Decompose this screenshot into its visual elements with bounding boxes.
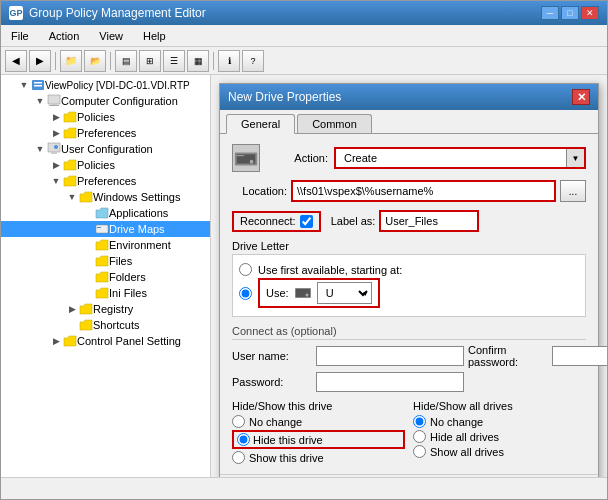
hide-this-drive-label: Hide this drive (253, 434, 323, 446)
folder-icon-5 (79, 190, 93, 204)
tree-registry[interactable]: ▶ Registry (1, 301, 210, 317)
up-button[interactable]: 📁 (60, 50, 82, 72)
menu-help[interactable]: Help (137, 28, 172, 44)
menu-action[interactable]: Action (43, 28, 86, 44)
tree-policies-uc[interactable]: ▶ Policies (1, 157, 210, 173)
dialog-title-text: New Drive Properties (228, 90, 341, 104)
files-label: Files (109, 255, 132, 267)
forward-button[interactable]: ▶ (29, 50, 51, 72)
radio-row-first: Use first available, starting at: (239, 263, 579, 276)
folder-icon-2 (63, 126, 77, 140)
folder-icon-4 (63, 174, 77, 188)
tree-environment[interactable]: ▶ Environment (1, 237, 210, 253)
svg-rect-9 (96, 225, 108, 233)
tree-root[interactable]: ▼ ViewPolicy [VDI-DC-01.VDI.RTP (1, 77, 210, 93)
tab-general[interactable]: General (226, 114, 295, 134)
window-controls[interactable]: ─ □ ✕ (541, 6, 599, 20)
tree-applications[interactable]: ▶ Applications (1, 205, 210, 221)
info-button[interactable]: ℹ (218, 50, 240, 72)
reconnect-checkbox[interactable] (300, 215, 313, 228)
control-panel-label: Control Panel Setting (77, 335, 181, 347)
hide-this-drive-options: No change Hide this drive Show this driv… (232, 415, 405, 464)
close-button[interactable]: ✕ (581, 6, 599, 20)
username-input[interactable] (316, 346, 464, 366)
computer-icon (47, 94, 61, 108)
folders-label: Folders (109, 271, 146, 283)
title-bar: GP Group Policy Management Editor ─ □ ✕ (1, 1, 607, 25)
view-button-3[interactable]: ☰ (163, 50, 185, 72)
radio-first-available[interactable] (239, 263, 252, 276)
radio-show-all-input[interactable] (413, 445, 426, 458)
radio-no-change: No change (232, 415, 405, 428)
radio-hide-all-input[interactable] (413, 430, 426, 443)
tree-computer-config[interactable]: ▼ Computer Configuration (1, 93, 210, 109)
dialog-content: Action: Create Delete Replace Update ▼ (220, 134, 598, 474)
action-select-wrapper[interactable]: Create Delete Replace Update ▼ (334, 147, 586, 169)
windows-settings-label: Windows Settings (93, 191, 180, 203)
browse-button[interactable]: ... (560, 180, 586, 202)
ini-files-label: Ini Files (109, 287, 147, 299)
action-select[interactable]: Create Delete Replace Update (336, 149, 584, 167)
menu-file[interactable]: File (5, 28, 35, 44)
main-window: GP Group Policy Management Editor ─ □ ✕ … (0, 0, 608, 500)
app-folder-icon (95, 206, 109, 220)
app-icon: GP (9, 6, 23, 20)
tree-shortcuts[interactable]: ▶ Shortcuts (1, 317, 210, 333)
tree-ini-files[interactable]: ▶ Ini Files (1, 285, 210, 301)
view-button-1[interactable]: ▤ (115, 50, 137, 72)
tab-common[interactable]: Common (297, 114, 372, 133)
menu-view[interactable]: View (93, 28, 129, 44)
confirm-password-label: Confirm password: (468, 344, 548, 368)
use-label: Use: (266, 287, 289, 299)
drive-letter-section: Drive Letter Use first available, starti… (232, 240, 586, 317)
view-button-4[interactable]: ▦ (187, 50, 209, 72)
user-config-label: User Configuration (61, 143, 153, 155)
password-input[interactable] (316, 372, 464, 392)
hide-all-drives-box: Hide/Show all drives No change Hide all … (413, 400, 586, 464)
radio-first-label: Use first available, starting at: (258, 264, 402, 276)
folder-button[interactable]: 📂 (84, 50, 106, 72)
help-toolbar-button[interactable]: ? (242, 50, 264, 72)
tree-preferences-uc[interactable]: ▼ Preferences (1, 173, 210, 189)
action-row: Action: Create Delete Replace Update ▼ (232, 144, 586, 172)
computer-config-label: Computer Configuration (61, 95, 178, 107)
confirm-password-input[interactable] (552, 346, 607, 366)
applications-label: Applications (109, 207, 168, 219)
radio-all-no-change-input[interactable] (413, 415, 426, 428)
tree-user-config[interactable]: ▼ User Configuration (1, 141, 210, 157)
action-field-group: Action: Create Delete Replace Update ▼ (268, 147, 586, 169)
location-label: Location: (232, 185, 287, 197)
drive-select-arrow: ▼ (362, 290, 369, 297)
radio-show-this-drive[interactable] (232, 451, 245, 464)
tree-control-panel[interactable]: ▶ Control Panel Setting (1, 333, 210, 349)
tree-policies-cc[interactable]: ▶ Policies (1, 109, 210, 125)
password-label: Password: (232, 376, 312, 388)
tree-windows-settings[interactable]: ▼ Windows Settings (1, 189, 210, 205)
location-input[interactable] (291, 180, 556, 202)
tree-folders[interactable]: ▶ Folders (1, 269, 210, 285)
reconnect-label-row: Reconnect: Label as: (232, 210, 586, 232)
tree-panel: ▼ ViewPolicy [VDI-DC-01.VDI.RTP ▼ Comput… (1, 75, 211, 477)
svg-rect-5 (49, 105, 59, 106)
label-as-input[interactable] (379, 210, 479, 232)
tree-files[interactable]: ▶ Files (1, 253, 210, 269)
radio-hide-this-drive-row: Hide this drive (232, 430, 405, 449)
minimize-button[interactable]: ─ (541, 6, 559, 20)
maximize-button[interactable]: □ (561, 6, 579, 20)
radio-hide-this-drive[interactable] (237, 433, 250, 446)
dialog-close-button[interactable]: ✕ (572, 89, 590, 105)
action-select-arrow: ▼ (566, 149, 584, 167)
view-button-2[interactable]: ⊞ (139, 50, 161, 72)
preferences-uc-label: Preferences (77, 175, 136, 187)
status-bar (1, 477, 607, 499)
dialog-title-bar: New Drive Properties ✕ (220, 84, 598, 110)
tree-preferences-cc[interactable]: ▶ Preferences (1, 125, 210, 141)
drive-letter-select-wrapper[interactable]: UVWXYZ ▼ (317, 282, 372, 304)
title-bar-left: GP Group Policy Management Editor (9, 6, 206, 20)
connect-as-title: Connect as (optional) (232, 325, 586, 340)
back-button[interactable]: ◀ (5, 50, 27, 72)
radio-hide-no-change[interactable] (232, 415, 245, 428)
radio-use[interactable] (239, 287, 252, 300)
connect-fields: User name: Confirm password: Password: (232, 344, 586, 392)
tree-drive-maps[interactable]: ▶ Drive Maps (1, 221, 210, 237)
